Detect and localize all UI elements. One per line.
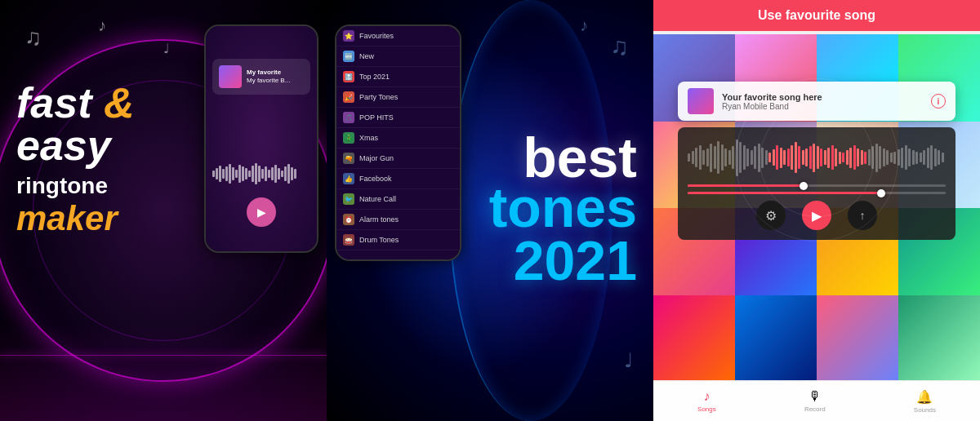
waveform-bar-editor xyxy=(915,152,918,164)
menu-item-favourites[interactable]: ⭐ Favourites xyxy=(336,26,460,47)
waveform-bar xyxy=(278,168,280,179)
info-icon[interactable]: i xyxy=(931,94,946,109)
waveform-bar-editor xyxy=(857,148,859,166)
menu-label-pophits: POP HITS xyxy=(359,113,394,122)
alarm-icon: ⏰ xyxy=(343,214,354,225)
grid-cell-15 xyxy=(817,295,898,383)
slider-row-start xyxy=(688,184,946,187)
waveform-bar-editor xyxy=(761,148,764,168)
waveform-bar xyxy=(284,166,287,181)
start-slider[interactable] xyxy=(688,184,946,187)
floor-glow xyxy=(0,323,327,421)
waveform-bar-editor xyxy=(754,146,756,169)
waveform-bar-editor xyxy=(846,150,849,165)
slider-thumb-end[interactable] xyxy=(877,189,885,197)
waveform-bar-editor xyxy=(746,148,749,166)
slider-thumb-start[interactable] xyxy=(800,182,808,190)
waveform-bar-editor xyxy=(688,153,690,162)
waveform-bar-editor xyxy=(714,146,716,169)
nav-songs[interactable]: ♪ Songs xyxy=(697,389,716,413)
menu-label-party: Party Tones xyxy=(359,93,398,101)
waveform-bar xyxy=(248,171,251,177)
end-slider[interactable] xyxy=(688,192,946,194)
waveform-bar-editor xyxy=(717,141,719,174)
menu-item-majorgun[interactable]: 🔫 Major Gun xyxy=(336,148,460,169)
settings-button[interactable]: ⚙ xyxy=(756,201,786,230)
waveform-bar xyxy=(258,166,261,182)
phone-mockup-1: My favorite My favorite B... xyxy=(204,24,318,253)
waveform-bar-editor xyxy=(768,153,771,162)
menu-label-xmas: Xmas xyxy=(359,134,378,142)
waveform-bar xyxy=(238,165,241,183)
sounds-nav-icon: 🔔 xyxy=(916,389,933,405)
menu-label-favourites: Favourites xyxy=(359,32,394,40)
waveform-bar-editor xyxy=(879,146,881,169)
record-nav-icon: 🎙 xyxy=(808,389,822,404)
phone-screen-2: ⭐ Favourites 🆕 New 🔝 Top 2021 🎉 Party To… xyxy=(336,26,460,259)
menu-item-alarm[interactable]: ⏰ Alarm tones xyxy=(336,210,460,230)
playback-controls: ⚙ ▶ ↑ xyxy=(688,201,946,230)
text-year: 2021 xyxy=(489,233,637,288)
panel3-header: Use favourite song xyxy=(653,0,980,31)
menu-item-new[interactable]: 🆕 New xyxy=(336,47,460,67)
waveform-bar-editor xyxy=(831,145,834,170)
nav-record[interactable]: 🎙 Record xyxy=(804,389,826,413)
floor-line xyxy=(0,355,327,356)
panel-best-tones: ♫ ♪ ♩ ⭐ Favourites 🆕 New 🔝 Top 2021 🎉 Pa… xyxy=(327,0,653,421)
song-editor-overlay: Your favorite song here Ryan Mobile Band… xyxy=(678,82,956,240)
play-button[interactable]: ▶ xyxy=(802,201,831,230)
waveform-bar-editor xyxy=(898,149,900,166)
float-note-icon-3: ♩ xyxy=(624,349,633,372)
waveform-bar-editor xyxy=(930,145,933,170)
waveform-bar xyxy=(229,164,231,184)
menu-item-top2021[interactable]: 🔝 Top 2021 xyxy=(336,67,460,87)
play-button-mini[interactable]: ▶ xyxy=(247,197,276,227)
waveform-bar-editor xyxy=(905,145,907,170)
menu-label-alarm: Alarm tones xyxy=(359,215,399,224)
menu-item-nature[interactable]: 🐦 Nature Call xyxy=(336,189,460,210)
waveform-bar-editor xyxy=(751,150,753,165)
menu-item-pophits[interactable]: 🎵 POP HITS xyxy=(336,108,460,128)
waveform-bar xyxy=(268,170,270,178)
waveform-bar-editor xyxy=(839,152,841,164)
waveform-bar xyxy=(242,166,244,181)
song-card-mini: My favorite My favorite B... xyxy=(212,59,310,95)
waveform-bar xyxy=(274,165,277,183)
menu-label-top2021: Top 2021 xyxy=(359,73,390,81)
song-artist: Ryan Mobile Band xyxy=(722,102,923,111)
menu-item-party[interactable]: 🎉 Party Tones xyxy=(336,87,460,108)
waveform-bar xyxy=(287,164,290,184)
waveform-bar-editor xyxy=(780,148,782,168)
waveform-bar-editor xyxy=(883,148,885,166)
slider-fill-start xyxy=(688,184,804,187)
waveform-editor: ⚙ ▶ ↑ xyxy=(678,127,956,240)
waveform-bar xyxy=(291,167,293,180)
menu-label-majorgun: Major Gun xyxy=(359,154,394,162)
slider-fill-end xyxy=(688,192,881,194)
songs-nav-icon: ♪ xyxy=(703,389,710,404)
waveform-bar-editor xyxy=(893,152,896,164)
majorgun-icon: 🔫 xyxy=(343,153,354,164)
song-thumbnail xyxy=(219,65,242,88)
xmas-icon: 🎄 xyxy=(343,132,354,144)
phone-screen-1: My favorite My favorite B... xyxy=(206,26,317,251)
nav-sounds[interactable]: 🔔 Sounds xyxy=(914,389,936,414)
waveform-bar-editor xyxy=(820,148,822,166)
waveform-bar-editor xyxy=(710,144,712,172)
waveform-bar-editor xyxy=(702,150,705,165)
menu-item-drum[interactable]: 🥁 Drum Tones xyxy=(336,230,460,250)
waveform-bar-editor xyxy=(842,153,844,162)
menu-item-facebook[interactable]: 👍 Facebook xyxy=(336,169,460,189)
waveform-bar-editor xyxy=(912,150,915,165)
waveform-bar-editor xyxy=(805,148,808,166)
music-note-icon-2: ♪ xyxy=(98,16,106,35)
favourites-icon: ⭐ xyxy=(343,30,354,42)
bottom-nav: ♪ Songs 🎙 Record 🔔 Sounds xyxy=(653,380,980,421)
waveform-bar-editor xyxy=(721,144,724,171)
party-icon: 🎉 xyxy=(343,91,354,103)
menu-item-xmas[interactable]: 🎄 Xmas xyxy=(336,128,460,148)
waveform-bar-editor xyxy=(942,153,944,162)
share-button[interactable]: ↑ xyxy=(848,201,877,230)
pophits-icon: 🎵 xyxy=(343,112,354,123)
waveform-bar-editor xyxy=(861,150,863,165)
